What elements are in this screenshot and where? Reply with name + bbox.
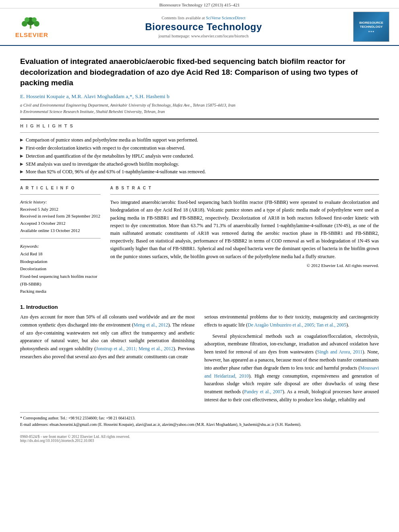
sciverse-link-text: SciVerse ScienceDirect: [206, 16, 245, 20]
elsevier-text: ELSEVIER: [15, 31, 48, 38]
highlights-section: H I G H L I G H T S ▶ Comparison of pumi…: [20, 123, 379, 175]
highlight-arrow-4: ▶: [20, 161, 23, 167]
keyword-4: Fixed-bed sequencing batch biofilm react…: [20, 273, 101, 288]
ref-aragao[interactable]: De Aragão Umbuzeiro et al., 2005; Tan et…: [248, 322, 346, 328]
highlight-arrow-1: ▶: [20, 137, 23, 143]
authors-line: E. Hosseini Koupaie a, M.R. Alavi Moghad…: [20, 93, 379, 100]
highlight-item-2: ▶ First-order decolorization kinetics wi…: [20, 145, 379, 152]
logo-title-text: BIORESOURCETECHNOLOGY: [359, 21, 383, 29]
intro-body: Azo dyes account for more than 50% of al…: [20, 313, 379, 407]
highlight-text-4: SEM analysis was used to investigate the…: [26, 161, 179, 168]
ref-jonstrup[interactable]: Jonstrup et al., 2011; Meng et al., 2012: [96, 346, 173, 351]
issn-notice: 0960-8524/$ - see front matter © 2012 El…: [20, 435, 379, 439]
received-date: Received 5 July 2012: [20, 206, 101, 213]
highlights-label: H I G H L I G H T S: [20, 123, 379, 128]
highlight-item-3: ▶ Detection and quantification of the dy…: [20, 153, 379, 160]
article-info-divider: [20, 194, 101, 195]
authors-text: E. Hosseini Koupaie a, M.R. Alavi Moghad…: [20, 93, 169, 99]
highlight-item-5: ▶ More than 92% of COD, 96% of dye and 6…: [20, 168, 379, 175]
abstract-divider: [110, 194, 379, 195]
highlight-arrow-5: ▶: [20, 169, 23, 175]
keyword-5: Packing media: [20, 288, 101, 295]
highlight-text-3: Detection and quantification of the dye …: [26, 153, 194, 160]
affiliations: a Civil and Environmental Engineering De…: [20, 102, 379, 115]
intro-col-1: Azo dyes account for more than 50% of al…: [20, 313, 195, 407]
intro-para-1: Azo dyes account for more than 50% of al…: [20, 313, 195, 361]
article-info-abstract: A R T I C L E I N F O Article history: R…: [20, 186, 379, 295]
highlight-arrow-2: ▶: [20, 145, 23, 151]
ref-singh[interactable]: Singh and Arora, 2011: [317, 349, 362, 355]
elsevier-svg-logo: [16, 16, 48, 30]
sciverse-line: Contents lists available at SciVerse Sci…: [60, 16, 347, 20]
intro-para-3: Several physicochemical methods such as …: [204, 333, 379, 404]
abstract-label: A B S T R A C T: [110, 186, 379, 190]
journal-header: ELSEVIER Contents lists available at Sci…: [0, 8, 399, 46]
journal-center: Contents lists available at SciVerse Sci…: [54, 16, 353, 38]
elsevier-logo: ELSEVIER: [10, 15, 54, 38]
introduction-section: 1. Introduction Azo dyes account for mor…: [20, 304, 379, 407]
ref-pandey[interactable]: Pandey et al., 2007: [244, 389, 283, 394]
highlight-item-1: ▶ Comparison of pumice stones and polyet…: [20, 137, 379, 144]
footnotes: * Corresponding author. Tel.: +98 912 23…: [20, 412, 379, 428]
intro-col-2: serious environmental problems due to th…: [204, 313, 379, 407]
corresponding-footnote: * Corresponding author. Tel.: +98 912 23…: [20, 415, 379, 421]
highlight-arrow-3: ▶: [20, 153, 23, 159]
logo-decoration: ■ ■ ■: [368, 30, 374, 33]
history-label: Article history:: [20, 199, 101, 206]
article-title: Evaluation of integrated anaerobic/aerob…: [20, 56, 379, 88]
received-revised-date: Received in revised form 28 September 20…: [20, 213, 101, 220]
keyword-2: Biodegradation: [20, 258, 101, 265]
keyword-3: Decolorization: [20, 265, 101, 273]
keywords-label: Keywords:: [20, 242, 101, 250]
ref-meng-2012[interactable]: Meng et al., 2012: [134, 322, 168, 328]
journal-homepage: journal homepage: www.elsevier.com/locat…: [60, 34, 347, 38]
journal-ref-text: Bioresource Technology 127 (2013) 415–42…: [159, 2, 240, 7]
intro-para-2: serious environmental problems due to th…: [204, 313, 379, 329]
abstract-col: A B S T R A C T Two integrated anaerobic…: [110, 186, 379, 295]
divider-thick: [20, 119, 379, 119]
article-info-label: A R T I C L E I N F O: [20, 186, 101, 190]
journal-title: Bioresource Technology: [60, 21, 347, 33]
sciverse-text: Contents lists available at: [162, 16, 205, 20]
article-info-col: A R T I C L E I N F O Article history: R…: [20, 186, 101, 295]
journal-logo-right: BIORESOURCETECHNOLOGY ■ ■ ■: [353, 12, 389, 42]
section-divider: [20, 179, 379, 180]
abstract-copyright: © 2012 Elsevier Ltd. All rights reserved…: [110, 262, 379, 269]
email-footnote: E-mail addresses: ehsan.hosseini.k@gmail…: [20, 421, 379, 428]
keywords-divider: [20, 238, 101, 238]
accepted-date: Accepted 3 October 2012: [20, 220, 101, 227]
abstract-body: Two integrated anaerobic/aerobic fixed-b…: [110, 199, 379, 259]
elsevier-image: [14, 15, 50, 31]
highlight-item-4: ▶ SEM analysis was used to investigate t…: [20, 161, 379, 168]
svg-point-4: [25, 17, 29, 22]
highlight-text-5: More than 92% of COD, 96% of dye and 63%…: [26, 168, 206, 175]
journal-reference: Bioresource Technology 127 (2013) 415–42…: [0, 0, 399, 8]
intro-heading: 1. Introduction: [20, 304, 379, 310]
abstract-text: Two integrated anaerobic/aerobic fixed-b…: [110, 199, 379, 269]
keyword-1: Acid Red 18: [20, 250, 101, 258]
affiliation-1: a Civil and Environmental Engineering De…: [20, 102, 379, 109]
ref-moussavi[interactable]: Moussavi and Heidarizad, 2010: [204, 365, 379, 379]
svg-point-5: [32, 17, 37, 22]
highlights-divider: [20, 132, 379, 133]
bottom-bar: 0960-8524/$ - see front matter © 2012 El…: [20, 432, 379, 443]
available-date: Available online 13 October 2012: [20, 227, 101, 234]
keywords-section: Keywords: Acid Red 18 Biodegradation Dec…: [20, 242, 101, 295]
doi-notice: http://dx.doi.org/10.1016/j.biortech.201…: [20, 439, 379, 443]
affiliation-2: b Environmental Science Research Institu…: [20, 109, 379, 115]
highlight-text-2: First-order decolorization kinetics with…: [26, 145, 185, 152]
content-area: Evaluation of integrated anaerobic/aerob…: [0, 46, 399, 449]
sciverse-link[interactable]: SciVerse ScienceDirect: [206, 16, 245, 20]
article-history: Article history: Received 5 July 2012 Re…: [20, 199, 101, 234]
highlight-text-1: Comparison of pumice stones and polyethy…: [26, 137, 198, 144]
